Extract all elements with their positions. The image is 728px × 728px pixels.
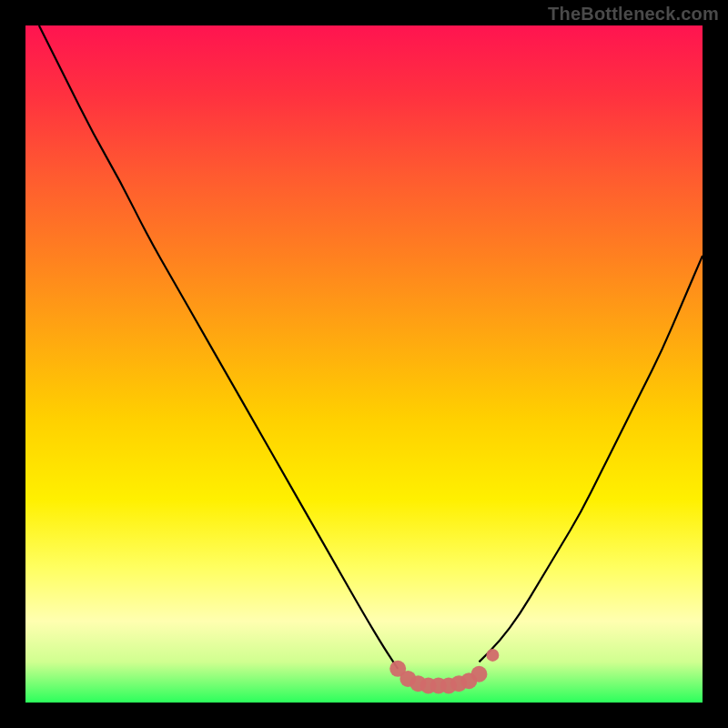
plot-svg xyxy=(25,25,703,703)
left-curve xyxy=(39,25,398,669)
marker-dot xyxy=(486,649,499,662)
watermark-text: TheBottleneck.com xyxy=(548,4,719,25)
bottom-markers xyxy=(389,649,499,693)
plot-area xyxy=(25,25,703,703)
chart-stage: TheBottleneck.com xyxy=(0,0,728,728)
marker-dot xyxy=(470,666,487,682)
right-curve xyxy=(479,256,703,662)
